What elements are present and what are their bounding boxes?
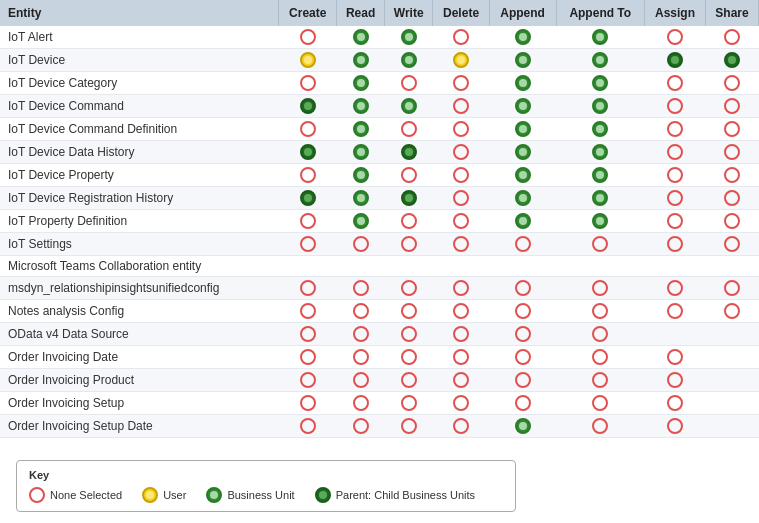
permission-icon-empty [667, 236, 683, 252]
cell-read [337, 26, 385, 49]
permission-icon-empty [300, 303, 316, 319]
permission-icon-green [592, 52, 608, 68]
permission-icon-green [515, 121, 531, 137]
permission-icon-green [592, 98, 608, 114]
cell-read [337, 187, 385, 210]
cell-share [706, 210, 759, 233]
cell-assign [644, 392, 705, 415]
table-row: Order Invoicing Date [0, 346, 759, 369]
cell-appendTo [556, 369, 644, 392]
permission-icon-empty [401, 167, 417, 183]
cell-appendTo [556, 26, 644, 49]
cell-share [706, 415, 759, 438]
permission-icon-green [592, 213, 608, 229]
cell-delete [433, 210, 489, 233]
permission-icon-empty [401, 213, 417, 229]
permission-icon-empty [515, 280, 531, 296]
permission-icon-empty [667, 418, 683, 434]
permission-icon-empty [592, 326, 608, 342]
cell-assign [644, 141, 705, 164]
permission-icon-empty [453, 303, 469, 319]
key-section: Key None SelectedUserBusiness UnitParent… [16, 460, 516, 512]
permission-icon-green [515, 144, 531, 160]
cell-delete [433, 369, 489, 392]
cell-appendTo [556, 49, 644, 72]
cell-entity: IoT Device [0, 49, 279, 72]
permission-icon-empty [724, 98, 740, 114]
cell-appendTo [556, 277, 644, 300]
permission-icon-empty [401, 326, 417, 342]
permission-icon-green [206, 487, 222, 503]
permission-icon-empty [353, 349, 369, 365]
cell-appendTo [556, 187, 644, 210]
cell-write [385, 256, 433, 277]
permission-icon-green [353, 52, 369, 68]
cell-write [385, 187, 433, 210]
permission-icon-green [515, 29, 531, 45]
cell-read [337, 346, 385, 369]
key-item-empty: None Selected [29, 487, 122, 503]
cell-entity: IoT Device Command [0, 95, 279, 118]
cell-append [489, 210, 556, 233]
cell-write [385, 72, 433, 95]
cell-write [385, 118, 433, 141]
cell-delete [433, 49, 489, 72]
permission-icon-empty [724, 75, 740, 91]
cell-delete [433, 323, 489, 346]
permission-icon-empty [353, 372, 369, 388]
cell-append [489, 233, 556, 256]
cell-share [706, 346, 759, 369]
cell-create [279, 392, 337, 415]
permission-icon-dark-green [315, 487, 331, 503]
permission-icon-empty [300, 121, 316, 137]
permission-icon-empty [667, 372, 683, 388]
table-row: Order Invoicing Setup [0, 392, 759, 415]
cell-share [706, 49, 759, 72]
cell-entity: Order Invoicing Setup Date [0, 415, 279, 438]
cell-append [489, 346, 556, 369]
permission-icon-empty [515, 395, 531, 411]
table-row: IoT Device Command Definition [0, 118, 759, 141]
permission-icon-empty [300, 236, 316, 252]
permission-icon-empty [667, 213, 683, 229]
cell-appendTo [556, 233, 644, 256]
permission-icon-dark-green [724, 52, 740, 68]
cell-append [489, 141, 556, 164]
cell-share [706, 300, 759, 323]
permission-icon-green [515, 75, 531, 91]
cell-share [706, 323, 759, 346]
cell-append [489, 256, 556, 277]
cell-delete [433, 141, 489, 164]
permission-icon-green [592, 75, 608, 91]
cell-delete [433, 346, 489, 369]
col-header-create: Create [279, 0, 337, 26]
table-row: OData v4 Data Source [0, 323, 759, 346]
cell-appendTo [556, 392, 644, 415]
permission-icon-green [592, 121, 608, 137]
col-header-read: Read [337, 0, 385, 26]
permission-icon-empty [453, 349, 469, 365]
permission-icon-green [353, 190, 369, 206]
cell-write [385, 346, 433, 369]
cell-share [706, 118, 759, 141]
cell-entity: msdyn_relationshipinsightsunifiedconfig [0, 277, 279, 300]
cell-entity: Microsoft Teams Collaboration entity [0, 256, 279, 277]
cell-assign [644, 256, 705, 277]
cell-appendTo [556, 95, 644, 118]
permission-icon-empty [592, 372, 608, 388]
permission-icon-green [353, 213, 369, 229]
permission-icon-empty [667, 121, 683, 137]
cell-read [337, 118, 385, 141]
cell-read [337, 95, 385, 118]
key-items: None SelectedUserBusiness UnitParent: Ch… [29, 487, 503, 503]
permission-icon-empty [300, 280, 316, 296]
table-row: IoT Alert [0, 26, 759, 49]
permission-icon-empty [592, 418, 608, 434]
cell-appendTo [556, 118, 644, 141]
cell-entity: Order Invoicing Date [0, 346, 279, 369]
permission-icon-empty [453, 418, 469, 434]
cell-write [385, 95, 433, 118]
permission-icon-empty [453, 236, 469, 252]
cell-share [706, 369, 759, 392]
cell-assign [644, 415, 705, 438]
